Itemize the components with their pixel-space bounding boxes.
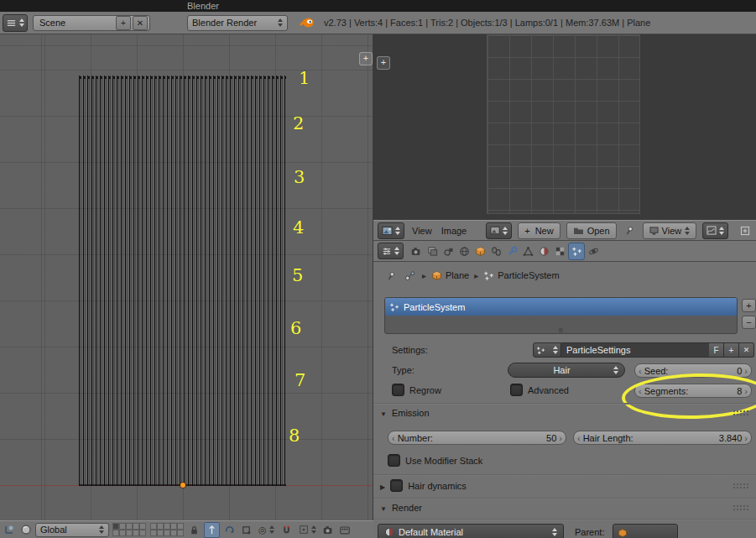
new-image-button[interactable]: New [518,222,560,239]
editor-type-button[interactable] [3,14,28,32]
image-editor-view[interactable]: + [373,34,756,220]
tab-render-layers[interactable] [425,243,440,259]
type-label: Type: [392,365,414,375]
particle-system-list[interactable]: ParticleSystem [384,297,738,334]
hair-dynamics-panel-header[interactable]: Hair dynamics [380,479,749,492]
breadcrumb-particle-system[interactable]: ParticleSystem [483,270,559,281]
scene-selector[interactable]: Scene + ✕ [33,15,150,31]
menu-view[interactable]: View [410,226,434,236]
regrow-checkbox[interactable]: Regrow [392,384,441,396]
segments-field[interactable]: Segments: 8 [634,384,752,398]
checkbox-icon [392,384,404,396]
tab-render[interactable] [409,243,424,259]
scopes-dropdown[interactable] [702,222,728,239]
menu-image[interactable]: Image [440,226,469,236]
breadcrumb-object[interactable]: Plane [431,270,469,281]
add-scene-button[interactable]: + [116,16,131,30]
segment-annotation-6: 6 [290,318,301,338]
breadcrumb-system-label: ParticleSystem [498,270,559,280]
manipulator-translate-icon[interactable] [204,522,220,538]
scopes-icon [706,226,717,235]
updown-arrows-icon [613,365,618,375]
viewport-3d[interactable]: 1 2 3 4 5 6 7 8 + [0,34,373,520]
remove-particle-system-button[interactable] [742,316,756,329]
render-panel-header[interactable]: Render [380,503,749,513]
properties-panel: ▸ Plane ▸ ParticleSystem [373,262,756,538]
main-area: 1 2 3 4 5 6 7 8 + Global [0,34,756,538]
region-toggle-icon[interactable] [738,223,752,238]
region-expand-icon[interactable]: + [359,52,373,65]
properties-editor-type-button[interactable] [378,243,404,259]
display-channels-dropdown[interactable]: View [643,222,697,239]
pin-icon[interactable] [623,223,637,238]
layer-grid-2[interactable] [150,523,184,536]
window-titlebar: Blender [0,0,756,12]
browse-settings-dropdown[interactable] [533,342,561,358]
updown-arrows-icon [719,226,724,236]
viewport-header-bar: Global ◎ [0,520,373,538]
tab-texture[interactable] [552,243,567,259]
lock-to-scene-icon[interactable] [187,523,201,537]
updown-arrows-icon [19,18,24,28]
info-header: Scene + ✕ Blender Render v2.73 | Verts:4… [0,12,756,34]
region-expand-icon[interactable]: + [377,56,390,70]
image-editor-type-button[interactable] [378,222,404,239]
info-editor-icon [6,18,17,29]
open-image-label: Open [587,226,610,236]
image-datablock-dropdown[interactable] [486,222,512,239]
render-engine-dropdown[interactable]: Blender Render [187,15,288,31]
delete-scene-button[interactable]: ✕ [133,16,148,30]
panel-grip-icon[interactable] [733,483,749,489]
tab-object-data[interactable] [520,243,535,259]
object-origin-dot [180,483,185,488]
updown-arrows-icon [269,525,274,535]
transform-orientation-dropdown[interactable]: Global [35,523,109,537]
tab-constraints[interactable] [488,243,503,259]
hair-length-field[interactable]: Hair Length: 3.840 [573,431,752,445]
list-item-particle-system[interactable]: ParticleSystem [385,298,737,316]
tab-object[interactable] [472,243,487,259]
panel-grip-icon[interactable] [733,504,749,511]
tab-physics[interactable] [586,243,601,259]
list-buttons [742,299,756,329]
number-field[interactable]: Number: 50 [388,431,566,445]
window-title: Blender [187,1,219,11]
material-dropdown[interactable]: Default Material [378,524,564,538]
properties-editor-icon [382,247,392,256]
pin-icon[interactable] [383,269,398,283]
add-particle-system-button[interactable] [742,299,756,312]
panel-separator [373,519,756,520]
tab-modifiers[interactable] [504,243,519,259]
advanced-checkbox[interactable]: Advanced [510,384,569,396]
fake-user-button[interactable]: F [709,342,724,358]
hair-particle-strands [79,76,286,486]
tab-particles[interactable] [568,243,585,260]
hair-dynamics-checkbox[interactable] [390,479,403,492]
snap-magnet-icon[interactable] [279,523,294,537]
tab-scene[interactable] [441,243,456,259]
viewport-shading-icon[interactable] [18,523,33,537]
opengl-render-still-icon[interactable] [321,523,336,537]
new-settings-button[interactable] [724,342,739,358]
panel-grip-icon[interactable] [733,410,749,416]
type-dropdown[interactable]: Hair [508,363,625,378]
seed-field[interactable]: Seed: 0 [634,363,752,378]
pivot-point-dropdown[interactable]: ◎ [256,523,277,537]
manipulator-rotate-icon[interactable] [222,523,237,537]
emission-panel-header[interactable]: Emission [380,408,749,418]
parent-field[interactable] [613,524,678,538]
unlink-settings-button[interactable] [739,342,754,358]
settings-name-field[interactable]: ParticleSettings [561,342,709,358]
tab-world[interactable] [456,243,472,259]
manipulator-scale-icon[interactable] [239,523,253,537]
open-image-button[interactable]: Open [566,222,617,239]
context-browse-icon[interactable] [403,269,417,283]
expand-triangle-icon [380,503,387,513]
opengl-render-anim-icon[interactable] [338,523,352,537]
tab-material[interactable] [536,243,551,259]
list-resize-handle[interactable] [559,327,564,334]
use-modifier-stack-checkbox[interactable]: Use Modifier Stack [388,454,482,467]
layer-grid-1[interactable] [112,523,146,536]
snap-element-dropdown[interactable] [296,523,319,537]
viewport-editor-type-icon[interactable] [2,523,16,537]
